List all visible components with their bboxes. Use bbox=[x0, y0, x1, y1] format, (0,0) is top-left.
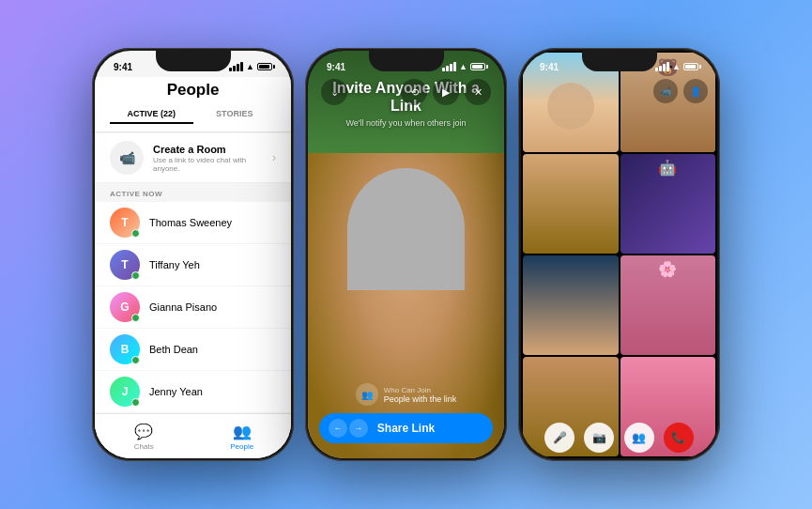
online-indicator bbox=[131, 356, 140, 364]
nav-chats[interactable]: 💬 Chats bbox=[95, 419, 193, 455]
video-cell-6 bbox=[620, 255, 716, 355]
nav-people-label: People bbox=[230, 442, 253, 451]
who-can-join-value: People with the link bbox=[384, 394, 457, 404]
avatar: B bbox=[110, 334, 140, 364]
status-icons-2: ▲ bbox=[442, 62, 485, 71]
avatar: G bbox=[110, 292, 140, 322]
arrow-left-icon: ← bbox=[329, 419, 347, 438]
tab-bar[interactable]: ACTIVE (22) STORIES bbox=[110, 105, 276, 124]
battery-icon bbox=[470, 63, 485, 70]
list-item[interactable]: B Beth Dean bbox=[95, 329, 291, 371]
chevron-right-icon: › bbox=[272, 151, 276, 164]
create-room-text: Create a Room Use a link to video chat w… bbox=[153, 144, 263, 173]
online-indicator bbox=[131, 229, 140, 238]
status-bar-1: 9:41 ▲ bbox=[95, 51, 291, 77]
video-button[interactable]: ▶ bbox=[433, 79, 459, 105]
phone-1-people: 9:41 ▲ People ACTIVE (22) STORIES bbox=[92, 48, 294, 461]
bottom-controls-3: 🎤 📷 👥 📞 bbox=[521, 417, 717, 458]
contact-name: Tiffany Yeh bbox=[149, 259, 200, 270]
avatar: T bbox=[110, 208, 140, 238]
tab-stories[interactable]: STORIES bbox=[193, 105, 277, 124]
contact-name: Jenny Yean bbox=[149, 386, 203, 397]
video-cell-4 bbox=[620, 154, 716, 254]
page-title: People bbox=[110, 81, 276, 100]
bottom-controls: 👥 Who Can Join People with the link ← → … bbox=[308, 374, 504, 458]
people-header: People ACTIVE (22) STORIES bbox=[95, 77, 291, 132]
battery-icon bbox=[257, 63, 272, 70]
top-icons-3: 📹 👤 bbox=[653, 79, 708, 103]
camera-button[interactable]: 📷 bbox=[584, 423, 614, 453]
status-bar-2: 9:41 ▲ bbox=[308, 51, 504, 77]
end-call-button[interactable]: 📞 bbox=[664, 423, 694, 453]
share-link-label: Share Link bbox=[377, 422, 435, 435]
add-people-button[interactable]: 👤 bbox=[683, 79, 708, 103]
signal-icon bbox=[229, 62, 243, 71]
online-indicator bbox=[131, 271, 140, 280]
phone-2-invite: 9:41 ▲ ⌄ ⟲ ▶ ✕ bbox=[305, 48, 507, 461]
status-icons-3: ▲ bbox=[655, 62, 698, 71]
invite-subtitle: We'll notify you when others join bbox=[323, 118, 489, 128]
wifi-icon: ▲ bbox=[459, 62, 467, 71]
contact-name: Beth Dean bbox=[149, 344, 198, 355]
phone-3-video-grid: 9:41 ▲ 📹 👤 bbox=[518, 48, 720, 461]
avatar: J bbox=[110, 377, 140, 407]
battery-icon bbox=[683, 63, 698, 70]
list-item[interactable]: J Jenny Yean bbox=[95, 371, 291, 413]
video-grid bbox=[521, 51, 717, 458]
arrow-right-icon: → bbox=[349, 419, 368, 438]
contact-name: Gianna Pisano bbox=[149, 301, 217, 313]
create-room-subtitle: Use a link to video chat with anyone. bbox=[153, 156, 263, 173]
signal-icon bbox=[655, 62, 669, 71]
signal-icon bbox=[442, 62, 456, 71]
camera-flip-button[interactable]: ⟲ bbox=[401, 79, 427, 105]
people-button[interactable]: 👥 bbox=[624, 423, 654, 453]
status-time-2: 9:41 bbox=[327, 62, 345, 72]
contact-name: Thomas Sweeney bbox=[149, 217, 232, 228]
video-cell-5 bbox=[523, 255, 619, 355]
create-room-icon: 📹 bbox=[110, 141, 144, 175]
avatar: T bbox=[110, 250, 140, 280]
who-can-join-label: Who Can Join bbox=[384, 386, 457, 394]
close-button[interactable]: ✕ bbox=[465, 79, 491, 105]
chat-icon: 💬 bbox=[134, 423, 153, 440]
who-can-join-text: Who Can Join People with the link bbox=[384, 386, 457, 404]
status-time-3: 9:41 bbox=[540, 62, 559, 72]
tab-active[interactable]: ACTIVE (22) bbox=[110, 105, 193, 124]
status-bar-3: 9:41 ▲ bbox=[521, 51, 717, 77]
wifi-icon: ▲ bbox=[246, 62, 254, 71]
status-time-1: 9:41 bbox=[114, 62, 132, 72]
video-camera-button[interactable]: 📹 bbox=[653, 79, 678, 103]
list-item[interactable]: T Tiffany Yeh bbox=[95, 244, 291, 286]
people-icon: 👥 bbox=[356, 383, 378, 406]
top-controls: ⌄ ⟲ ▶ ✕ bbox=[308, 79, 504, 105]
who-can-join: 👥 Who Can Join People with the link bbox=[319, 383, 493, 406]
wifi-icon: ▲ bbox=[672, 62, 681, 71]
create-room-item[interactable]: 📹 Create a Room Use a link to video chat… bbox=[95, 133, 291, 183]
nav-chats-label: Chats bbox=[134, 442, 154, 451]
list-item[interactable]: T Thomas Sweeney bbox=[95, 202, 291, 244]
share-link-button[interactable]: ← → Share Link bbox=[319, 413, 493, 443]
chevron-down-button[interactable]: ⌄ bbox=[321, 79, 347, 105]
video-cell-3 bbox=[523, 154, 619, 254]
nav-people[interactable]: 👥 People bbox=[193, 419, 292, 455]
create-room-title: Create a Room bbox=[153, 144, 263, 155]
active-now-label: ACTIVE NOW bbox=[95, 184, 291, 202]
people-icon: 👥 bbox=[233, 423, 252, 440]
microphone-button[interactable]: 🎤 bbox=[544, 423, 575, 453]
list-item[interactable]: G Gianna Pisano bbox=[95, 286, 291, 329]
online-indicator bbox=[131, 398, 140, 407]
online-indicator bbox=[131, 314, 140, 322]
bottom-nav: 💬 Chats 👥 People bbox=[95, 413, 291, 458]
arrow-icons: ← → bbox=[329, 419, 368, 438]
status-icons-1: ▲ bbox=[229, 62, 272, 71]
